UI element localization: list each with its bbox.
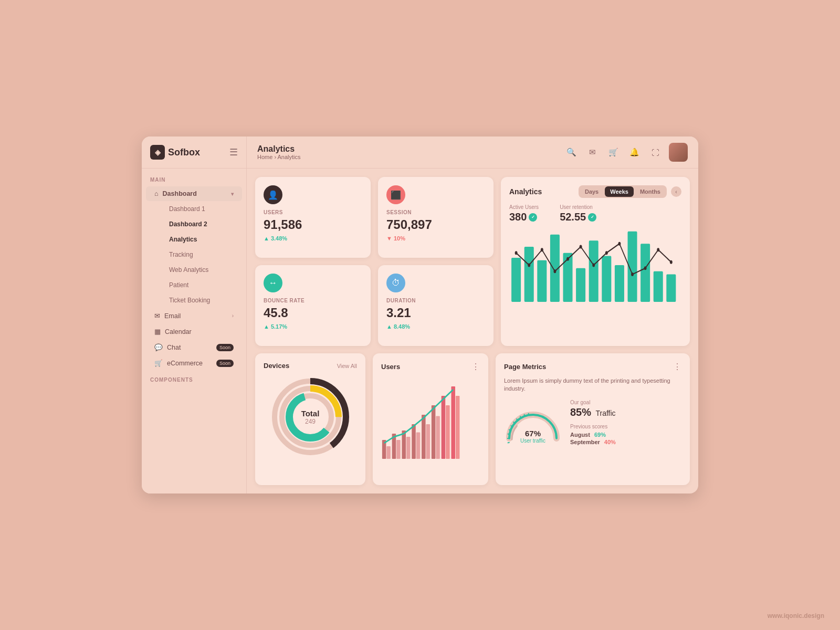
active-users-label: Active Users: [509, 204, 539, 210]
bounce-icon: ↔: [264, 274, 282, 292]
chevron-right-icon: ›: [232, 313, 234, 319]
svg-rect-33: [386, 446, 391, 459]
topbar-left: Analytics Home › Analytics: [257, 144, 301, 160]
sidebar-label-chat: Chat: [167, 344, 181, 351]
home-icon: ⌂: [154, 190, 159, 197]
svg-rect-5: [576, 268, 585, 302]
active-users-value: 380 ✓: [509, 211, 539, 223]
bounce-value: 45.8: [264, 306, 362, 320]
sidebar-section-main: Main: [142, 175, 246, 186]
svg-point-13: [515, 251, 518, 255]
collapse-button[interactable]: ‹: [671, 186, 681, 197]
sidebar-label-analytics: Analytics: [169, 236, 197, 243]
svg-line-55: [508, 443, 510, 443]
chat-icon: 💬: [154, 343, 163, 351]
svg-line-58: [509, 430, 511, 430]
session-value: 750,897: [386, 217, 485, 232]
search-icon[interactable]: 🔍: [564, 145, 579, 160]
users-menu-icon[interactable]: ⋮: [471, 362, 480, 372]
check-icon: ✓: [529, 213, 537, 222]
mail-icon[interactable]: ✉: [585, 145, 600, 160]
calendar-icon: ▦: [154, 328, 161, 335]
svg-rect-45: [446, 405, 450, 459]
sidebar-item-patient[interactable]: Patient: [161, 278, 242, 292]
score-val-august: 69%: [594, 432, 606, 438]
fullscreen-icon[interactable]: ⛶: [648, 145, 663, 160]
bounce-label: BOUNCE RATE: [264, 298, 362, 303]
sidebar-item-dashboard2[interactable]: Dashboard 2: [161, 217, 242, 232]
sidebar-item-dashboard[interactable]: ⌂ Dashboard ▾: [146, 186, 242, 201]
tab-weeks[interactable]: Weeks: [605, 186, 634, 197]
goal-info: Our goal 85% Traffic Previous scores Aug…: [570, 400, 616, 446]
svg-point-16: [553, 269, 556, 273]
svg-point-25: [670, 260, 673, 264]
svg-rect-39: [416, 433, 421, 459]
view-all-link[interactable]: View All: [337, 363, 357, 369]
avatar-image: [669, 143, 688, 162]
content-area: 👤 USERS 91,586 ▲ 3.48% ⬛ SESSION 750,897…: [247, 169, 698, 494]
ecommerce-icon: 🛒: [154, 359, 163, 367]
watermark: www.iqonic.design: [768, 612, 824, 620]
tab-months[interactable]: Months: [635, 186, 666, 197]
stat-card-session: ⬛ SESSION 750,897 ▼ 10%: [378, 177, 494, 258]
users-chart-container: [381, 377, 480, 461]
analytics-chart: [509, 228, 681, 302]
sidebar-label-ecommerce: eCommerce: [167, 360, 203, 367]
gauge-row: 67% User traffic Our goal 85% Traffic: [504, 400, 681, 446]
topbar-right: 🔍 ✉ 🛒 🔔 ⛶: [564, 143, 688, 162]
svg-rect-44: [442, 396, 446, 459]
cart-icon[interactable]: 🛒: [606, 145, 621, 160]
svg-rect-37: [406, 437, 411, 459]
goal-label: Our goal: [570, 400, 616, 405]
breadcrumb: Home › Analytics: [257, 154, 301, 160]
sidebar-item-analytics[interactable]: Analytics: [161, 232, 242, 247]
page-metrics-title: Page Metrics: [504, 363, 546, 371]
bottom-row: Devices View All: [255, 353, 690, 485]
page-metrics-desc: Lorem Ipsum is simply dummy text of the …: [504, 377, 681, 393]
page-metrics-menu-icon[interactable]: ⋮: [673, 362, 681, 372]
sidebar-item-tracking[interactable]: Tracking: [161, 247, 242, 262]
sidebar-logo: ◈ Sofbox ☰: [142, 145, 246, 169]
stat-card-bounce: ↔ BOUNCE RATE 45.8 ▲ 5.17%: [255, 265, 371, 346]
devices-total-label: Total: [301, 409, 320, 418]
avatar[interactable]: [669, 143, 688, 162]
ecommerce-badge: Soon: [216, 360, 234, 367]
svg-rect-41: [426, 424, 430, 459]
sidebar-item-email[interactable]: ✉ Email ›: [146, 308, 242, 323]
breadcrumb-home[interactable]: Home: [257, 154, 272, 160]
svg-point-14: [528, 264, 530, 267]
svg-rect-1: [524, 247, 534, 302]
tab-days[interactable]: Days: [580, 186, 604, 197]
sidebar-item-dashboard1[interactable]: Dashboard 1: [161, 202, 242, 216]
sidebar-item-webanalytics[interactable]: Web Analytics: [161, 262, 242, 277]
svg-point-22: [631, 272, 634, 276]
sidebar-item-ecommerce[interactable]: 🛒 eCommerce Soon: [146, 355, 242, 371]
svg-rect-2: [537, 260, 547, 302]
sidebar-item-calendar[interactable]: ▦ Calendar: [146, 324, 242, 339]
stat-card-duration: ⏱ DURATION 3.21 ▲ 8.48%: [378, 265, 494, 346]
sidebar-sub-dashboard: Dashboard 1 Dashboard 2 Analytics Tracki…: [142, 202, 246, 308]
session-label: SESSION: [386, 209, 485, 215]
analytics-header: Analytics Days Weeks Months ‹: [509, 185, 681, 198]
sidebar-item-chat[interactable]: 💬 Chat Soon: [146, 340, 242, 355]
bounce-change: ▲ 5.17%: [264, 323, 362, 330]
sidebar-label-dashboard: Dashboard: [163, 190, 197, 197]
svg-line-64: [528, 413, 529, 415]
svg-line-63: [524, 414, 524, 416]
svg-rect-46: [451, 386, 455, 459]
email-icon: ✉: [154, 312, 160, 320]
svg-point-20: [605, 251, 608, 255]
svg-rect-38: [412, 424, 416, 459]
svg-rect-43: [436, 416, 440, 459]
chevron-down-icon: ▾: [231, 191, 234, 197]
goal-pct: 85%: [570, 406, 591, 418]
gauge-pct: 67%: [520, 429, 545, 438]
bell-icon[interactable]: 🔔: [627, 145, 642, 160]
users-header: Users ⋮: [381, 362, 480, 372]
donut-chart: Total 249: [264, 375, 357, 459]
hamburger-icon[interactable]: ☰: [229, 146, 238, 158]
breadcrumb-current: Analytics: [278, 154, 301, 160]
svg-rect-7: [602, 256, 611, 302]
sidebar-item-ticketbooking[interactable]: Ticket Booking: [161, 293, 242, 308]
sidebar-label-email: Email: [164, 312, 181, 320]
